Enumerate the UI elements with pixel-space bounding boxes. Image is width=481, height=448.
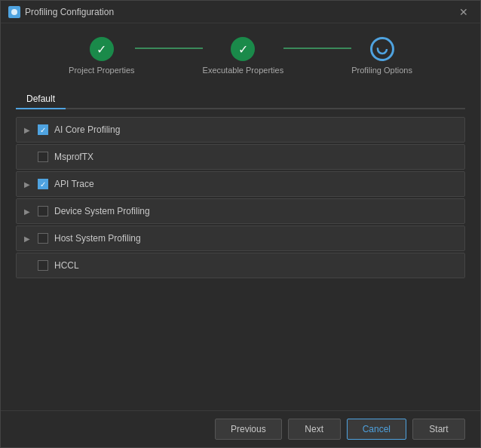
- cancel-button[interactable]: Cancel: [347, 419, 406, 440]
- label-msproftx: MsprofTX: [54, 152, 93, 162]
- connector-2: [283, 48, 351, 49]
- label-hccl: HCCL: [54, 260, 79, 271]
- step-profiling-options: Profiling Options: [351, 37, 412, 75]
- list-item-host-system-profiling[interactable]: ▶ Host System Profiling: [16, 226, 465, 251]
- window-icon: [8, 6, 20, 18]
- step-1-circle: ✓: [90, 37, 114, 61]
- expand-icon-api-trace: ▶: [24, 180, 32, 189]
- step-1-label: Project Properties: [69, 66, 134, 75]
- list-item-hccl[interactable]: ▶ HCCL: [16, 253, 465, 278]
- step-2-label: Executable Properties: [203, 66, 284, 75]
- tab-default[interactable]: Default: [16, 90, 66, 109]
- label-ai-core-profiling: AI Core Profiling: [54, 124, 120, 135]
- list-item-api-trace[interactable]: ▶ API Trace: [16, 171, 465, 197]
- main-content: Default ▶ AI Core Profiling ▶ MsprofTX ▶…: [1, 90, 480, 410]
- checkbox-device-system-profiling[interactable]: [38, 206, 48, 216]
- label-api-trace: API Trace: [54, 179, 94, 189]
- checkbox-msproftx[interactable]: [38, 152, 48, 162]
- start-button[interactable]: Start: [412, 419, 465, 440]
- step-project-properties: ✓ Project Properties: [69, 37, 134, 75]
- expand-icon-device-system: ▶: [24, 207, 32, 216]
- wizard-steps: ✓ Project Properties ✓ Executable Proper…: [1, 23, 480, 90]
- expand-icon-host-system: ▶: [24, 235, 32, 243]
- step-3-circle: [370, 37, 394, 61]
- profiling-items-list: ▶ AI Core Profiling ▶ MsprofTX ▶ API Tra…: [16, 117, 465, 278]
- checkbox-api-trace[interactable]: [38, 179, 48, 189]
- previous-button[interactable]: Previous: [215, 419, 282, 440]
- label-device-system-profiling: Device System Profiling: [54, 206, 150, 216]
- profiling-configuration-dialog: Profiling Configuration ✕ ✓ Project Prop…: [0, 0, 481, 448]
- svg-point-1: [378, 44, 387, 54]
- close-button[interactable]: ✕: [455, 5, 473, 20]
- checkbox-hccl[interactable]: [38, 260, 48, 271]
- list-item-msproftx[interactable]: ▶ MsprofTX: [16, 144, 465, 170]
- list-item-ai-core-profiling[interactable]: ▶ AI Core Profiling: [16, 117, 465, 143]
- connector-1: [135, 48, 203, 49]
- list-item-device-system-profiling[interactable]: ▶ Device System Profiling: [16, 198, 465, 224]
- expand-icon-ai-core: ▶: [24, 126, 32, 134]
- tab-bar: Default: [16, 90, 465, 109]
- step-3-label: Profiling Options: [351, 66, 412, 75]
- label-host-system-profiling: Host System Profiling: [54, 233, 141, 244]
- svg-point-0: [11, 9, 17, 15]
- next-button[interactable]: Next: [288, 419, 341, 440]
- title-bar: Profiling Configuration ✕: [1, 1, 480, 23]
- window-title: Profiling Configuration: [25, 7, 455, 17]
- checkbox-ai-core-profiling[interactable]: [38, 124, 48, 135]
- step-executable-properties: ✓ Executable Properties: [203, 37, 284, 75]
- checkbox-host-system-profiling[interactable]: [38, 233, 48, 244]
- step-2-circle: ✓: [231, 37, 255, 61]
- footer: Previous Next Cancel Start: [1, 410, 480, 447]
